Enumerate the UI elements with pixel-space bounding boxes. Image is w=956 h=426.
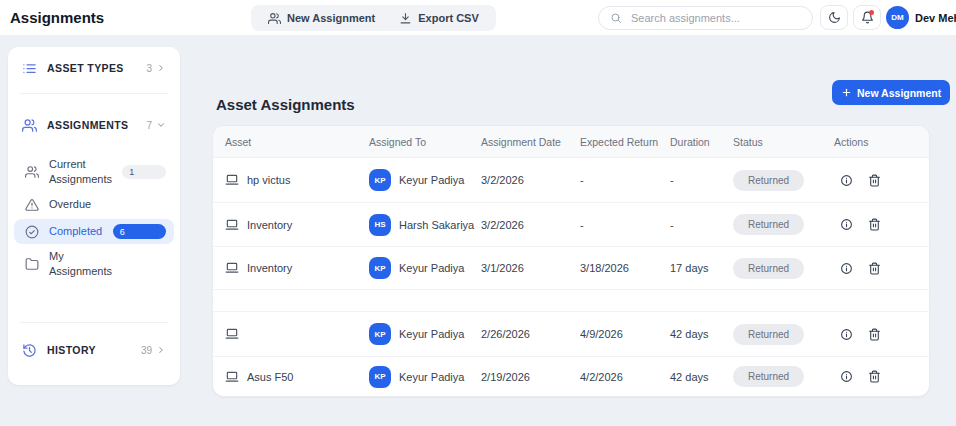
assignment-date-cell: 3/1/2026	[481, 262, 580, 274]
details-button[interactable]	[840, 174, 853, 187]
actions-cell	[834, 262, 929, 275]
history-icon	[22, 343, 37, 358]
assignee-name: Keyur Padiya	[399, 328, 464, 340]
download-icon	[399, 12, 412, 25]
asset-cell: Inventory	[225, 218, 369, 232]
status-cell: Returned	[733, 258, 834, 279]
sidebar-section-asset-types[interactable]: ASSET TYPES 3	[8, 57, 180, 79]
list-icon	[22, 61, 37, 76]
actions-cell	[834, 218, 929, 231]
asset-cell: hp victus	[225, 173, 369, 187]
column-header-expected-return: Expected Return	[580, 136, 670, 148]
asset-types-label: ASSET TYPES	[47, 62, 136, 74]
info-icon	[840, 328, 853, 341]
assignments-label: ASSIGNMENTS	[47, 119, 136, 131]
chevron-right-icon	[156, 63, 166, 73]
delete-button[interactable]	[868, 328, 881, 341]
actions-cell	[834, 370, 929, 383]
assignee-name: Keyur Padiya	[399, 371, 464, 383]
sidebar-section-assignments[interactable]: ASSIGNMENTS 7	[8, 114, 180, 136]
expected-return-cell: -	[580, 219, 670, 231]
status-cell: Returned	[733, 324, 834, 345]
delete-button[interactable]	[868, 262, 881, 275]
laptop-icon	[225, 370, 239, 384]
asset-cell: Inventory	[225, 261, 369, 275]
assignee-name: Harsh Sakariya	[399, 219, 474, 231]
assignee-avatar: KP	[369, 323, 391, 345]
assignments-table: AssetAssigned ToAssignment DateExpected …	[212, 125, 930, 397]
column-header-assignment-date: Assignment Date	[481, 136, 580, 148]
asset-name: hp victus	[247, 174, 290, 186]
search-box[interactable]	[598, 6, 813, 30]
laptop-icon	[225, 218, 239, 232]
sidebar-item-overdue[interactable]: Overdue	[14, 192, 174, 217]
status-badge: Returned	[733, 324, 804, 345]
details-button[interactable]	[840, 262, 853, 275]
laptop-icon	[225, 327, 239, 341]
plus-icon	[841, 87, 852, 98]
details-button[interactable]	[840, 370, 853, 383]
sidebar-assignment-items: Current Assignments1OverdueCompleted6My …	[8, 154, 180, 282]
sidebar-section-history[interactable]: HISTORY 39	[8, 339, 180, 361]
delete-button[interactable]	[868, 218, 881, 231]
divider	[20, 93, 168, 94]
users-icon	[268, 12, 281, 25]
assigned-to-cell: HSHarsh Sakariya	[369, 214, 481, 236]
chevron-right-icon	[156, 345, 166, 355]
column-header-assigned-to: Assigned To	[369, 136, 481, 148]
details-button[interactable]	[840, 328, 853, 341]
actions-cell	[834, 174, 929, 187]
assigned-to-cell: KPKeyur Padiya	[369, 366, 481, 388]
assignment-date-cell: 2/19/2026	[481, 371, 580, 383]
export-csv-button[interactable]: Export CSV	[388, 7, 490, 29]
assignment-date-cell: 3/2/2026	[481, 174, 580, 186]
sidebar-item-my-assignments[interactable]: My Assignments	[14, 246, 174, 282]
assigned-to-cell: KPKeyur Padiya	[369, 257, 481, 279]
duration-cell: -	[670, 174, 733, 186]
trash-icon	[868, 218, 881, 231]
assignments-count: 7	[146, 120, 166, 131]
new-assignment-button[interactable]: New Assignment	[832, 80, 950, 105]
status-badge: Returned	[733, 214, 804, 235]
table-row: hp victusKPKeyur Padiya3/2/2026--Returne…	[213, 158, 929, 202]
column-header-status: Status	[733, 136, 834, 148]
table-body: hp victusKPKeyur Padiya3/2/2026--Returne…	[213, 158, 929, 396]
delete-button[interactable]	[868, 370, 881, 383]
asset-cell: Asus F50	[225, 370, 369, 384]
sidebar-item-label: Current Assignments	[49, 157, 112, 187]
check-circle-icon	[25, 225, 39, 239]
actions-cell	[834, 328, 929, 341]
assignee-avatar: HS	[369, 214, 391, 236]
user-name: Dev Mehta	[915, 12, 956, 24]
info-icon	[840, 370, 853, 383]
table-header-row: AssetAssigned ToAssignment DateExpected …	[213, 126, 929, 158]
search-input[interactable]	[629, 11, 801, 25]
user-menu[interactable]: DM Dev Mehta	[886, 6, 956, 29]
status-badge: Returned	[733, 170, 804, 191]
delete-button[interactable]	[868, 174, 881, 187]
details-button[interactable]	[840, 218, 853, 231]
topbar-actions-group: New Assignment Export CSV	[251, 5, 496, 31]
duration-cell: 17 days	[670, 262, 733, 274]
laptop-icon	[225, 173, 239, 187]
sidebar: ASSET TYPES 3 ASSIGNMENTS 7 Current Assi…	[8, 47, 180, 385]
chevron-down-icon	[156, 120, 166, 130]
notification-dot	[869, 10, 874, 15]
status-cell: Returned	[733, 366, 834, 387]
info-icon	[840, 262, 853, 275]
assignee-avatar: KP	[369, 169, 391, 191]
expected-return-cell: -	[580, 174, 670, 186]
search-icon	[610, 12, 622, 24]
expected-return-cell: 4/9/2026	[580, 328, 670, 340]
new-assignment-button-label: New Assignment	[857, 87, 941, 99]
column-header-duration: Duration	[670, 136, 733, 148]
sidebar-item-label: My Assignments	[49, 249, 113, 279]
notifications-button[interactable]	[853, 5, 881, 30]
new-assignment-topbar-label: New Assignment	[287, 12, 375, 24]
theme-toggle-button[interactable]	[820, 5, 848, 30]
sidebar-item-badge: 6	[113, 224, 166, 239]
assignee-name: Keyur Padiya	[399, 262, 464, 274]
new-assignment-topbar-button[interactable]: New Assignment	[257, 7, 386, 29]
sidebar-item-completed[interactable]: Completed6	[14, 219, 174, 244]
sidebar-item-current-assignments[interactable]: Current Assignments1	[14, 154, 174, 190]
